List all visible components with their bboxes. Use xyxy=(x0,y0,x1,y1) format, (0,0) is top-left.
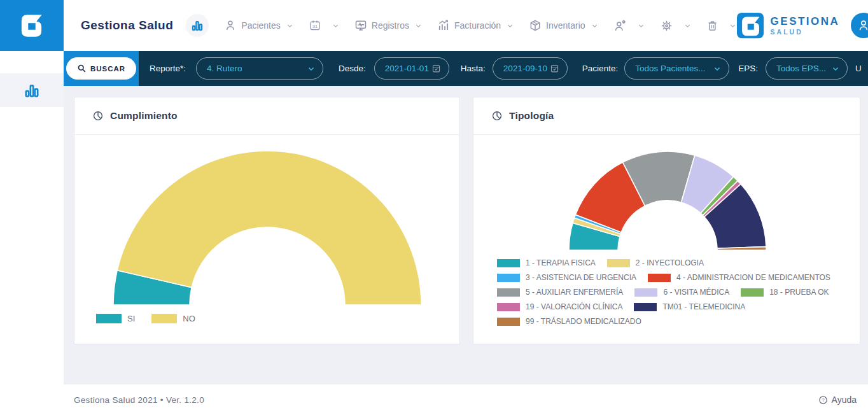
top-bar: Gestiona Salud Pacientes xyxy=(64,0,868,51)
desde-label: Desde: xyxy=(339,64,366,73)
pie-chart-icon xyxy=(92,110,104,122)
card-title: Tipología xyxy=(509,110,554,122)
tipologia-header: Tipología xyxy=(473,97,860,135)
chevron-down-icon xyxy=(415,22,422,29)
help-link[interactable]: ? Ayuda xyxy=(818,395,857,405)
tipologia-chart: 1 - TERAPIA FISICA2 - INYECTOLOGIA3 - AS… xyxy=(473,135,860,344)
legend-item[interactable]: NO xyxy=(151,314,195,323)
chevron-down-icon xyxy=(591,22,598,29)
clipped-next-label: U xyxy=(855,64,862,73)
nav-trash[interactable] xyxy=(706,20,736,32)
top-nav: Pacientes 31 xyxy=(173,11,868,40)
chevron-down-icon xyxy=(307,65,315,73)
bar-chart-icon xyxy=(24,82,40,99)
search-button[interactable]: BUSCAR xyxy=(66,57,136,80)
nav-label: Registros xyxy=(372,20,409,31)
app-root: Gestiona Salud Pacientes xyxy=(0,0,868,415)
legend-item[interactable]: TM01 - TELEMEDICINA xyxy=(634,302,745,311)
search-zone: BUSCAR xyxy=(64,51,139,86)
calendar-check-icon xyxy=(550,64,559,73)
legend-row: 5 - AUXILIAR ENFERMERÍA6 - VISITA MÉDICA… xyxy=(497,288,833,297)
gear-icon xyxy=(660,19,673,32)
sidebar xyxy=(0,0,64,415)
bar-chart-icon xyxy=(191,19,204,32)
chevron-down-icon xyxy=(832,65,839,73)
legend-item[interactable]: 99 - TRÁSLADO MEDICALIZADO xyxy=(497,317,641,326)
tipologia-card: Tipología 1 - TERAPIA FISICA2 - INYECTOL… xyxy=(473,97,860,344)
cumplimiento-header: Cumplimiento xyxy=(74,97,459,135)
legend-swatch xyxy=(497,318,520,326)
cumplimiento-chart: SINO xyxy=(74,135,459,344)
nav-inventario[interactable]: Inventario xyxy=(529,19,598,32)
pie-chart-icon xyxy=(491,110,503,122)
chevron-down-icon xyxy=(713,65,721,73)
desde-date-input[interactable]: 2021-01-01 xyxy=(374,57,449,80)
filter-bar: BUSCAR Reporte*: 4. Rutero Desde: 2021-0… xyxy=(64,51,868,86)
chevron-down-icon xyxy=(684,22,691,29)
chevron-down-icon xyxy=(507,22,514,29)
search-icon xyxy=(77,64,87,73)
legend-row: 1 - TERAPIA FISICA2 - INYECTOLOGIA xyxy=(497,258,833,267)
person-icon xyxy=(224,19,237,32)
legend-item[interactable]: 1 - TERAPIA FISICA xyxy=(497,258,596,267)
semi-donut-chart[interactable] xyxy=(74,135,461,344)
svg-text:?: ? xyxy=(822,397,824,403)
legend-row: 3 - ASISTENCIA DE URGENCIA4 - ADMINISTRA… xyxy=(497,273,833,282)
eps-select[interactable]: Todos EPS... xyxy=(766,57,848,80)
nav-calendar[interactable]: 31 xyxy=(309,19,339,32)
nav-user-admin[interactable] xyxy=(613,19,645,32)
legend-swatch xyxy=(497,259,520,267)
legend-label: 19 - VALORACIÓN CLÍNICA xyxy=(526,302,622,311)
legend-swatch xyxy=(497,303,520,311)
nav-label: Inventario xyxy=(546,20,585,31)
reporte-select[interactable]: 4. Rutero xyxy=(196,57,323,80)
legend-item[interactable]: 4 - ADMINISTRACION DE MEDICAMENTOS xyxy=(648,273,830,282)
monitor-pulse-icon xyxy=(354,19,367,32)
nav-pacientes[interactable]: Pacientes xyxy=(224,19,293,32)
legend-label: 3 - ASISTENCIA DE URGENCIA xyxy=(526,273,636,282)
legend-swatch xyxy=(634,288,657,297)
footer: Gestiona Salud 2021 • Ver. 1.2.0 ? Ayuda xyxy=(64,384,868,415)
chevron-down-icon xyxy=(638,22,645,29)
sidebar-item-dashboard[interactable] xyxy=(0,73,64,107)
legend-label: TM01 - TELEMEDICINA xyxy=(662,302,745,311)
legend-item[interactable]: SI xyxy=(96,314,135,323)
card-title: Cumplimiento xyxy=(110,110,178,122)
legend-item[interactable]: 5 - AUXILIAR ENFERMERÍA xyxy=(497,288,623,297)
legend-swatch xyxy=(741,288,764,297)
legend-item[interactable]: 6 - VISITA MÉDICA xyxy=(634,288,729,297)
nav-settings[interactable] xyxy=(660,19,691,32)
user-avatar[interactable] xyxy=(851,13,868,38)
cumplimiento-card: Cumplimiento SINO xyxy=(74,97,460,344)
paciente-select[interactable]: Todos Pacientes... xyxy=(624,57,729,80)
nav-facturacion[interactable]: Facturación xyxy=(437,19,514,32)
svg-text:31: 31 xyxy=(312,24,318,29)
nav-registros[interactable]: Registros xyxy=(354,19,422,32)
legend-label: 1 - TERAPIA FISICA xyxy=(526,258,596,267)
question-circle-icon: ? xyxy=(818,395,828,405)
app-logo[interactable] xyxy=(0,0,64,51)
legend-row: 19 - VALORACIÓN CLÍNICATM01 - TELEMEDICI… xyxy=(497,302,833,311)
hasta-date-input[interactable]: 2021-09-10 xyxy=(493,57,568,80)
person-gear-icon xyxy=(613,19,627,32)
legend-label: 99 - TRÁSLADO MEDICALIZADO xyxy=(526,317,641,326)
legend-label: 4 - ADMINISTRACION DE MEDICAMENTOS xyxy=(676,273,830,282)
calendar-icon: 31 xyxy=(309,19,321,32)
legend-item[interactable]: 3 - ASISTENCIA DE URGENCIA xyxy=(497,273,636,282)
chevron-down-icon xyxy=(729,22,736,29)
nav-label: Pacientes xyxy=(241,20,280,31)
legend-label: 6 - VISITA MÉDICA xyxy=(663,288,729,297)
legend-swatch xyxy=(96,314,122,323)
brand-wordmark: GESTIONA SALUD xyxy=(771,16,840,36)
legend-item[interactable]: 2 - INYECTOLOGIA xyxy=(607,258,704,267)
page-title: Gestiona Salud xyxy=(81,18,173,32)
chart-growth-icon xyxy=(437,19,450,32)
logo-g-icon xyxy=(736,11,766,40)
dashboard-chart-button[interactable] xyxy=(186,14,209,37)
paciente-label: Paciente: xyxy=(582,64,618,73)
trash-icon xyxy=(706,20,718,32)
legend-item[interactable]: 18 - PRUEBA OK xyxy=(741,288,829,297)
legend-label: 2 - INYECTOLOGIA xyxy=(636,258,704,267)
legend-item[interactable]: 19 - VALORACIÓN CLÍNICA xyxy=(497,302,622,311)
legend-swatch xyxy=(648,274,671,282)
